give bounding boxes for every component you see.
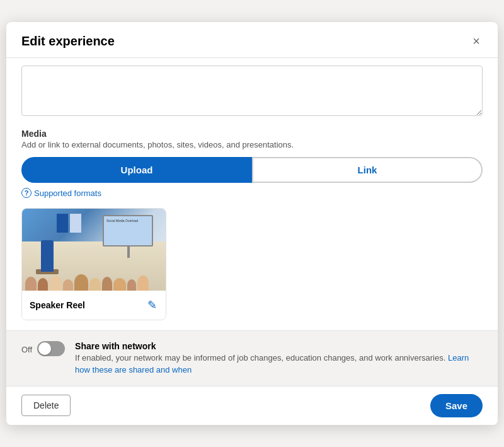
modal-footer: Delete Save [6, 386, 498, 425]
media-card-footer: Speaker Reel ✎ [22, 291, 166, 320]
toggle-wrapper: Off [21, 341, 65, 356]
delete-button[interactable]: Delete [21, 395, 71, 416]
modal-body: Media Add or link to external documents,… [6, 58, 498, 330]
share-title: Share with network [75, 341, 483, 351]
supported-formats-link[interactable]: ? Supported formats [21, 188, 483, 198]
toggle-knob [38, 342, 51, 355]
share-section: Off Share with network If enabled, your … [6, 330, 498, 385]
share-content: Share with network If enabled, your netw… [75, 341, 483, 375]
media-buttons: Upload Link [21, 157, 483, 183]
media-label: Media [21, 129, 483, 139]
media-card-image: Social Media Overload [22, 209, 166, 291]
upload-button[interactable]: Upload [21, 157, 252, 183]
close-button[interactable]: × [470, 32, 483, 50]
media-description: Add or link to external documents, photo… [21, 140, 483, 149]
media-section: Media Add or link to external documents,… [21, 129, 483, 320]
share-toggle[interactable] [37, 341, 65, 356]
save-button[interactable]: Save [430, 394, 483, 417]
description-section [21, 58, 483, 119]
description-textarea[interactable] [21, 66, 483, 116]
supported-formats-label: Supported formats [34, 189, 101, 198]
modal-title: Edit experience [21, 34, 115, 49]
info-icon: ? [21, 188, 32, 198]
share-description: If enabled, your network may be informed… [75, 352, 483, 375]
media-card-title: Speaker Reel [30, 300, 85, 310]
media-card: Social Media Overload [21, 208, 166, 320]
edit-experience-modal: Edit experience × Media Add or link to e… [6, 22, 498, 424]
link-button[interactable]: Link [252, 157, 483, 183]
modal-header: Edit experience × [6, 22, 498, 58]
media-card-edit-button[interactable]: ✎ [146, 297, 158, 313]
toggle-off-label: Off [21, 345, 32, 354]
